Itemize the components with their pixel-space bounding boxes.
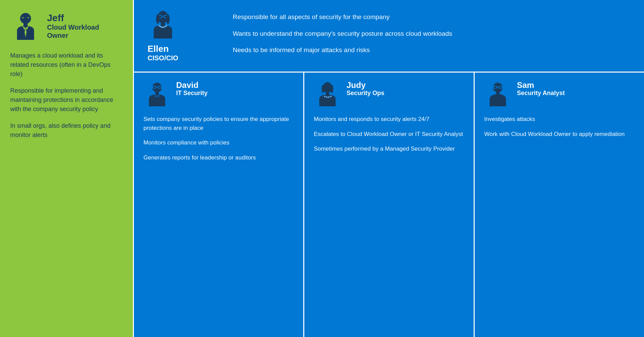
sam-avatar [484,81,511,108]
jeff-header: Jeff Cloud WorkloadOwner [10,11,123,42]
jeff-avatar [10,11,41,42]
judy-avatar [314,81,341,108]
judy-point3: Sometimes performed by a Managed Securit… [314,144,464,153]
sam-name-role: Sam Security Analyst [517,81,565,97]
david-point3: Generates reports for leadership or audi… [143,153,294,162]
ellen-right: Responsible for all aspects of security … [233,10,630,62]
judy-point2: Escalates to Cloud Workload Owner or IT … [314,130,464,139]
judy-point1: Monitors and responds to security alerts… [314,115,464,124]
judy-header: Judy Security Ops [314,81,464,108]
svg-rect-4 [24,23,28,27]
jeff-title: Cloud WorkloadOwner [47,23,99,40]
svg-point-23 [328,96,330,98]
svg-rect-16 [155,92,159,94]
sam-point1: Investigates attacks [484,115,634,124]
david-header: David IT Security [143,81,294,108]
judy-name-role: Judy Security Ops [347,81,384,97]
bottom-section: David IT Security Sets company security … [134,73,644,337]
svg-point-22 [326,96,328,98]
svg-point-0 [20,13,31,24]
ellen-left: Ellen CISO/CIO [148,10,223,62]
jeff-name: Jeff [47,13,99,24]
jeff-panel: Jeff Cloud WorkloadOwner Manages a cloud… [0,0,133,337]
ellen-avatar [148,10,178,40]
judy-role: Security Ops [347,90,384,97]
svg-point-21 [324,96,326,97]
svg-point-10 [156,14,159,24]
david-avatar [143,81,171,108]
sam-name: Sam [517,81,565,90]
david-point1: Sets company security policies to ensure… [143,115,294,132]
svg-point-12 [152,83,162,92]
ellen-section: Ellen CISO/CIO Responsible for all aspec… [134,0,644,73]
sam-col: Sam Security Analyst Investigates attack… [475,73,644,337]
svg-point-18 [322,85,324,93]
svg-rect-9 [161,22,165,25]
svg-point-19 [331,85,333,93]
jeff-desc3: In small orgs, also defines policy and m… [10,121,123,140]
judy-name: Judy [347,81,384,90]
svg-point-17 [323,82,332,93]
ellen-point3: Needs to be informed of major attacks an… [233,45,630,55]
david-role: IT Security [176,90,208,97]
judy-col: Judy Security Ops Monitors and responds … [304,73,475,337]
jeff-desc1: Manages a cloud workload and its related… [10,51,123,79]
svg-point-25 [493,83,503,92]
sam-point2: Work with Cloud Workload Owner to apply … [484,130,634,139]
right-panel: Ellen CISO/CIO Responsible for all aspec… [134,0,644,337]
ellen-point2: Wants to understand the company's securi… [233,29,630,39]
svg-point-24 [330,96,332,97]
svg-rect-20 [326,92,329,95]
svg-rect-29 [496,92,500,94]
david-name: David [176,81,208,90]
svg-point-11 [166,14,170,24]
ellen-role: CISO/CIO [148,54,178,62]
david-name-role: David IT Security [176,81,208,97]
sam-role: Security Analyst [517,90,565,97]
ellen-point1: Responsible for all aspects of security … [233,12,630,22]
david-col: David IT Security Sets company security … [134,73,304,337]
sam-header: Sam Security Analyst [484,81,634,108]
jeff-desc2: Responsible for implementing and maintai… [10,86,123,114]
jeff-name-title: Jeff Cloud WorkloadOwner [47,13,99,40]
david-point2: Monitors compliance with policies [143,138,294,147]
ellen-name: Ellen [148,44,169,54]
